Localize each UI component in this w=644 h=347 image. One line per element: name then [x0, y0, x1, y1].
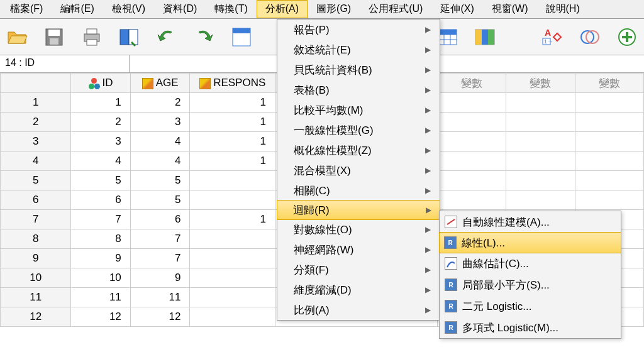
menu-glm[interactable]: 一般線性模型(G)▶ — [277, 120, 440, 140]
cell-empty[interactable] — [506, 171, 575, 190]
submenu-linear[interactable]: R線性(L)... — [439, 232, 621, 253]
cell-response[interactable]: 1 — [190, 132, 275, 151]
cell-response[interactable]: 1 — [190, 210, 275, 229]
menu-scale[interactable]: 比例(A)▶ — [277, 300, 440, 320]
submenu-binary-logistic[interactable]: R二元 Logistic... — [440, 295, 621, 317]
cell-empty[interactable] — [438, 171, 506, 190]
cell-empty[interactable] — [438, 190, 506, 210]
column-header-age[interactable]: AGE — [130, 74, 190, 93]
menu-tables[interactable]: 表格(B)▶ — [277, 80, 440, 100]
row-header[interactable]: 7 — [1, 210, 71, 229]
cell-age[interactable]: 7 — [130, 249, 190, 268]
cell-id[interactable]: 8 — [71, 229, 131, 249]
cell-id[interactable]: 3 — [71, 132, 131, 151]
cell-response[interactable] — [190, 229, 275, 249]
spellcheck-button[interactable] — [577, 24, 603, 50]
cell-age[interactable]: 2 — [130, 93, 190, 113]
redo-button[interactable] — [191, 24, 218, 50]
cell-empty[interactable] — [438, 132, 506, 151]
menu-compare-means[interactable]: 比較平均數(M)▶ — [277, 100, 440, 120]
submenu-auto-linear[interactable]: 自動線性建模(A)... — [440, 211, 621, 233]
menu-mixed[interactable]: 混合模型(X)▶ — [277, 160, 440, 180]
row-header[interactable]: 2 — [1, 113, 71, 132]
menu-dimred[interactable]: 維度縮減(D)▶ — [277, 280, 440, 300]
cell-id[interactable]: 12 — [71, 307, 131, 327]
cell-response[interactable] — [190, 288, 275, 307]
menu-graphs[interactable]: 圖形(G) — [308, 0, 360, 18]
row-header[interactable]: 3 — [1, 132, 71, 151]
cell-reference[interactable]: 14 : ID — [0, 55, 130, 72]
cell-empty[interactable] — [575, 151, 643, 171]
cell-empty[interactable] — [575, 132, 643, 151]
cell-empty[interactable] — [506, 190, 575, 210]
cell-id[interactable]: 7 — [71, 210, 131, 229]
row-header[interactable]: 12 — [1, 307, 71, 327]
undo-button[interactable] — [153, 24, 180, 50]
menu-file[interactable]: 檔案(F) — [1, 0, 52, 18]
column-header-var[interactable]: 變數 — [575, 74, 643, 93]
row-header[interactable]: 6 — [1, 190, 71, 210]
cell-age[interactable]: 6 — [130, 210, 190, 229]
menu-descriptives[interactable]: 敘述統計(E)▶ — [277, 40, 440, 60]
submenu-pls[interactable]: R局部最小平方(S)... — [440, 274, 621, 295]
cell-response[interactable] — [190, 268, 275, 288]
recall-dialog-button[interactable] — [116, 24, 143, 50]
cell-empty[interactable] — [506, 113, 575, 132]
cell-id[interactable]: 1 — [71, 93, 131, 113]
cell-empty[interactable] — [506, 151, 575, 171]
menu-correlate[interactable]: 相關(C)▶ — [277, 180, 440, 201]
cell-id[interactable]: 9 — [71, 249, 131, 268]
cell-empty[interactable] — [575, 171, 643, 190]
row-header[interactable]: 9 — [1, 249, 71, 268]
menu-extensions[interactable]: 延伸(X) — [431, 0, 482, 18]
goto-case-button[interactable] — [228, 24, 255, 50]
cell-empty[interactable] — [575, 113, 643, 132]
cell-age[interactable]: 7 — [130, 229, 190, 249]
cell-id[interactable]: 10 — [71, 268, 131, 288]
cell-response[interactable]: 1 — [190, 151, 275, 171]
cell-age[interactable]: 5 — [130, 190, 190, 210]
menu-analyze[interactable]: 分析(A) — [257, 0, 308, 18]
menu-help[interactable]: 說明(H) — [537, 0, 589, 18]
cell-age[interactable]: 9 — [130, 268, 190, 288]
menu-loglinear[interactable]: 對數線性(O)▶ — [277, 219, 440, 240]
open-button[interactable] — [4, 24, 30, 50]
cell-id[interactable]: 11 — [71, 288, 131, 307]
cell-response[interactable] — [190, 307, 275, 327]
cell-age[interactable]: 11 — [130, 288, 190, 307]
menu-bayesian[interactable]: 貝氏統計資料(B)▶ — [277, 60, 440, 80]
row-header[interactable]: 5 — [1, 171, 71, 190]
menu-reports[interactable]: 報告(P)▶ — [277, 19, 440, 40]
cell-empty[interactable] — [438, 151, 506, 171]
cell-id[interactable]: 2 — [71, 113, 131, 132]
row-header[interactable]: 8 — [1, 229, 71, 249]
print-button[interactable] — [79, 24, 105, 50]
cell-response[interactable]: 1 — [190, 93, 275, 113]
cell-age[interactable]: 12 — [130, 307, 190, 327]
submenu-multinomial-logistic[interactable]: R多項式 Logistic(M)... — [440, 317, 621, 338]
row-header[interactable]: 10 — [1, 268, 71, 288]
menu-genlin[interactable]: 概化線性模型(Z)▶ — [277, 140, 440, 160]
menu-transform[interactable]: 轉換(T) — [206, 0, 256, 18]
menu-neural[interactable]: 神經網路(W)▶ — [277, 240, 440, 260]
cell-empty[interactable] — [575, 190, 643, 210]
cell-id[interactable]: 4 — [71, 151, 131, 171]
cell-age[interactable]: 4 — [130, 132, 190, 151]
cell-empty[interactable] — [506, 132, 575, 151]
cell-empty[interactable] — [438, 113, 506, 132]
menu-utilities[interactable]: 公用程式(U) — [360, 0, 431, 18]
cell-empty[interactable] — [506, 93, 575, 113]
save-button[interactable] — [42, 24, 68, 50]
menu-edit[interactable]: 編輯(E) — [52, 0, 103, 18]
menu-data[interactable]: 資料(D) — [154, 0, 206, 18]
column-header-response[interactable]: RESPONS — [190, 74, 275, 93]
show-all-button[interactable]: A1→ — [539, 24, 565, 50]
cell-age[interactable]: 4 — [130, 151, 190, 171]
submenu-curve[interactable]: 曲線估計(C)... — [440, 253, 621, 274]
menu-view[interactable]: 檢視(V) — [103, 0, 154, 18]
row-header[interactable]: 11 — [1, 288, 71, 307]
cell-age[interactable]: 3 — [130, 113, 190, 132]
row-header[interactable]: 4 — [1, 151, 71, 171]
menu-window[interactable]: 視窗(W) — [483, 0, 537, 18]
cell-response[interactable] — [190, 171, 275, 190]
